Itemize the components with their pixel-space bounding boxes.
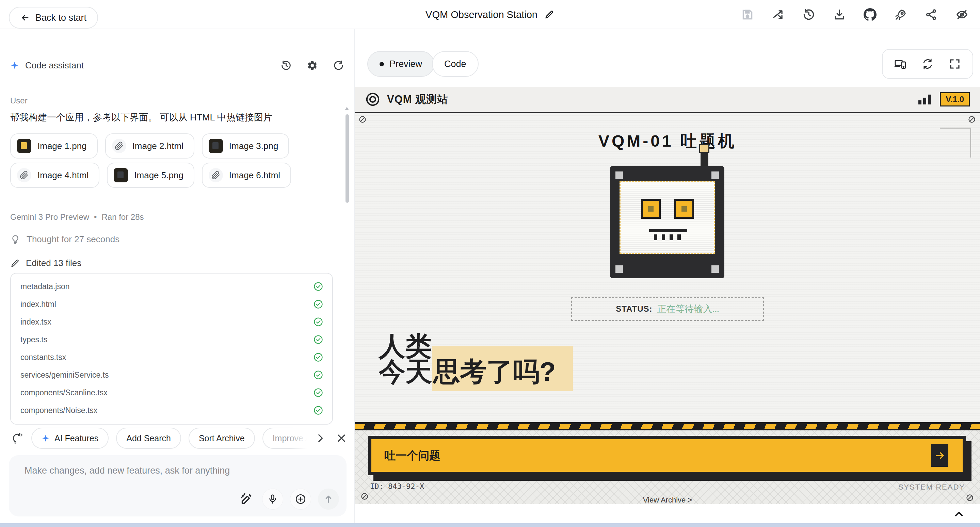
hazard-stripe-bar bbox=[355, 422, 980, 430]
check-circle-icon bbox=[313, 317, 323, 327]
robot-mouth bbox=[649, 229, 687, 232]
check-circle-icon bbox=[313, 387, 323, 398]
settings-gear-icon[interactable] bbox=[307, 60, 318, 71]
thought-summary[interactable]: Thought for 27 seconds bbox=[10, 234, 119, 244]
attachment-chip[interactable]: Image 5.png bbox=[107, 163, 194, 188]
add-attachment-button[interactable] bbox=[290, 489, 311, 510]
composer-actions bbox=[240, 489, 339, 510]
suggestion-chip-ai-features[interactable]: AI Features bbox=[31, 428, 108, 449]
machine-title: VQM-01 吐题机 bbox=[355, 130, 980, 152]
project-title: VQM Observation Station bbox=[425, 0, 555, 29]
check-circle-icon bbox=[313, 352, 323, 362]
share-icon[interactable] bbox=[925, 8, 938, 21]
arrow-right-icon bbox=[934, 450, 945, 461]
refresh-icon[interactable] bbox=[333, 60, 344, 71]
app-preview: VQM 观测站 V.1.0 VQM-01 吐题机 bbox=[355, 87, 980, 523]
prompt-input[interactable] bbox=[24, 465, 324, 486]
attachment-row: Image 4.html Image 5.png Image 6.html bbox=[10, 163, 291, 188]
check-circle-icon bbox=[313, 405, 323, 416]
github-icon[interactable] bbox=[864, 8, 877, 21]
check-circle-icon bbox=[313, 335, 323, 344]
attachment-chip[interactable]: Image 2.html bbox=[105, 133, 194, 159]
shuffle-icon[interactable] bbox=[772, 8, 784, 21]
robot-teeth bbox=[620, 234, 714, 240]
fullscreen-icon[interactable] bbox=[949, 58, 961, 70]
blocked-image-icon bbox=[358, 115, 367, 124]
file-row[interactable]: metadata.json bbox=[11, 278, 332, 295]
arrow-left-icon bbox=[21, 13, 30, 22]
app-bottom-strip bbox=[355, 504, 980, 523]
suggestion-chip-sort-archive[interactable]: Sort Archive bbox=[189, 428, 255, 449]
window: Back to start VQM Observation Station Co… bbox=[0, 0, 980, 527]
file-row[interactable]: components/Scanline.tsx bbox=[11, 384, 332, 402]
image-thumbnail-icon bbox=[17, 139, 31, 153]
collapse-chevron-icon[interactable] bbox=[953, 508, 965, 519]
close-icon[interactable] bbox=[336, 432, 347, 444]
paperclip-icon bbox=[17, 168, 31, 183]
preview-panel: Preview Code VQM 观测站 V.1.0 bbox=[355, 29, 980, 523]
viewport-tools bbox=[882, 49, 973, 79]
history-icon[interactable] bbox=[280, 60, 292, 71]
view-archive-link[interactable]: View Archive > bbox=[355, 496, 980, 505]
history-icon[interactable] bbox=[802, 8, 815, 21]
mic-button[interactable] bbox=[262, 489, 283, 510]
visibility-off-icon[interactable] bbox=[956, 8, 969, 21]
refresh-suggestions-icon[interactable] bbox=[11, 432, 24, 444]
chat-scrollbar[interactable] bbox=[345, 114, 349, 203]
assistant-actions bbox=[280, 60, 344, 71]
sparkle-icon bbox=[41, 434, 50, 442]
cta-arrow-button[interactable] bbox=[931, 444, 948, 467]
file-row[interactable]: index.html bbox=[11, 295, 332, 313]
top-right-toolbar bbox=[741, 0, 969, 29]
mic-icon bbox=[267, 494, 278, 505]
devices-icon[interactable] bbox=[894, 58, 907, 70]
attachment-chip[interactable]: Image 6.html bbox=[202, 163, 291, 188]
sparkle-icon bbox=[10, 61, 19, 70]
robot-antenna bbox=[700, 153, 708, 167]
blocked-image-icon bbox=[968, 115, 976, 124]
image-thumbnail-icon bbox=[208, 139, 223, 153]
check-circle-icon bbox=[313, 299, 323, 309]
chevron-right-icon[interactable] bbox=[315, 432, 326, 444]
system-status: SYSTEM READY bbox=[898, 483, 965, 492]
file-row[interactable]: types.ts bbox=[11, 331, 332, 348]
app-logo-icon bbox=[365, 92, 380, 107]
robot-eye-left bbox=[641, 199, 661, 219]
save-icon[interactable] bbox=[741, 8, 754, 21]
file-row[interactable]: constants.tsx bbox=[11, 348, 332, 366]
cta-label: 吐一个问题 bbox=[384, 448, 441, 464]
tab-preview[interactable]: Preview bbox=[367, 51, 434, 77]
edit-title-icon[interactable] bbox=[544, 10, 555, 20]
ask-question-button[interactable]: 吐一个问题 bbox=[368, 436, 966, 475]
add-icon bbox=[295, 493, 306, 505]
suggestion-chip-improve-archive[interactable]: Improve Arc bbox=[262, 428, 314, 449]
paperclip-icon bbox=[112, 139, 126, 153]
lightbulb-icon bbox=[10, 234, 21, 244]
back-to-start-button[interactable]: Back to start bbox=[9, 7, 98, 29]
file-row[interactable]: components/Noise.tsx bbox=[11, 402, 332, 419]
robot-eye-right bbox=[675, 199, 694, 219]
code-assistant-panel: Code assistant User 帮我构建一个应用，参考以下界面。 可以从… bbox=[0, 29, 355, 523]
blocked-image-icon bbox=[361, 492, 369, 500]
model-run-info: Gemini 3 Pro Preview • Ran for 28s bbox=[10, 212, 144, 222]
suggestion-chip-add-search[interactable]: Add Search bbox=[116, 428, 181, 449]
download-icon[interactable] bbox=[833, 8, 846, 21]
attachment-chip[interactable]: Image 4.html bbox=[10, 163, 99, 188]
scrollbar-arrow[interactable] bbox=[345, 107, 349, 110]
edited-files-summary[interactable]: Edited 13 files bbox=[10, 258, 81, 268]
tab-code[interactable]: Code bbox=[432, 51, 479, 77]
app-header: VQM 观测站 V.1.0 bbox=[355, 87, 980, 113]
attachment-chip[interactable]: Image 3.png bbox=[202, 133, 290, 159]
prompt-composer bbox=[9, 455, 347, 516]
suggestion-bar: AI Features Add Search Sort Archive Impr… bbox=[0, 427, 355, 450]
robot-antenna-tip bbox=[699, 144, 710, 153]
status-label: STATUS: bbox=[616, 304, 652, 314]
send-button[interactable] bbox=[318, 489, 339, 510]
back-label: Back to start bbox=[35, 13, 86, 23]
annotate-icon[interactable] bbox=[240, 492, 253, 506]
sync-icon[interactable] bbox=[921, 58, 934, 70]
attachment-chip[interactable]: Image 1.png bbox=[10, 133, 98, 159]
file-row[interactable]: index.tsx bbox=[11, 313, 332, 331]
deploy-rocket-icon[interactable] bbox=[894, 8, 907, 21]
file-row[interactable]: services/geminiService.ts bbox=[11, 366, 332, 384]
